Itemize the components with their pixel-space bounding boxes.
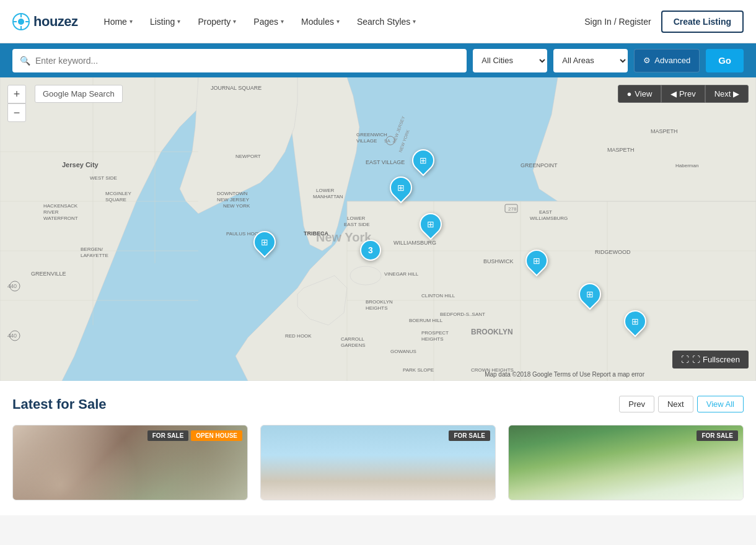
advanced-button[interactable]: ⚙ Advanced: [634, 49, 700, 72]
fullscreen-icon: ⛶: [681, 355, 689, 364]
map-pin-7[interactable]: ⊞: [624, 310, 646, 333]
card-image-1: FOR SALE OPEN HOUSE: [13, 425, 247, 500]
areas-select[interactable]: All Areas: [553, 49, 628, 72]
open-house-badge: OPEN HOUSE: [191, 430, 242, 441]
nav-search-styles[interactable]: Search Styles ▾: [349, 12, 423, 32]
svg-text:RED HOOK: RED HOOK: [285, 333, 312, 339]
building-icon: ⊞: [533, 256, 540, 266]
search-input-wrap: 🔍: [12, 49, 467, 72]
nav-property[interactable]: Property ▾: [190, 12, 244, 32]
svg-text:MASPETH: MASPETH: [607, 147, 635, 153]
svg-text:440: 440: [7, 333, 17, 339]
building-icon: ⊞: [261, 237, 268, 247]
listings-nav: Prev Next View All: [619, 396, 744, 412]
svg-text:PARK SLOPE: PARK SLOPE: [403, 367, 434, 373]
listing-card-3[interactable]: FOR SALE: [508, 425, 744, 500]
svg-text:EAST VILLAGE: EAST VILLAGE: [366, 159, 405, 165]
create-listing-button[interactable]: Create Listing: [661, 11, 744, 33]
svg-text:Jersey City: Jersey City: [62, 161, 99, 168]
svg-text:NEW JERSEY: NEW JERSEY: [217, 197, 250, 203]
chevron-down-icon: ▾: [413, 18, 416, 25]
search-icon: 🔍: [20, 56, 30, 66]
building-icon: ⊞: [586, 289, 594, 299]
svg-text:BROOKLYN: BROOKLYN: [471, 328, 513, 336]
svg-text:GREENPOINT: GREENPOINT: [521, 162, 558, 168]
map-pin-cluster[interactable]: 3: [360, 240, 381, 261]
svg-text:WILLIAMSBURG: WILLIAMSBURG: [393, 240, 436, 246]
nav-modules[interactable]: Modules ▾: [294, 12, 347, 32]
cities-select[interactable]: All Cities: [473, 49, 547, 72]
svg-text:HEIGHTS: HEIGHTS: [421, 336, 444, 342]
card-badges-1: FOR SALE OPEN HOUSE: [147, 430, 242, 441]
svg-text:GREENVILLE: GREENVILLE: [31, 271, 66, 277]
nav-listing[interactable]: Listing ▾: [143, 12, 188, 32]
map-controls: + −: [7, 85, 26, 122]
listings-view-all-button[interactable]: View All: [697, 396, 744, 412]
svg-text:HEIGHTS: HEIGHTS: [366, 305, 388, 311]
svg-text:CLINTON HILL: CLINTON HILL: [421, 293, 455, 299]
chevron-down-icon: ▾: [281, 18, 284, 25]
map-background: 440 440 9A 278 Jersey City BERGEN/ LAFAY…: [0, 77, 756, 381]
map-pin-5[interactable]: ⊞: [525, 250, 548, 272]
logo[interactable]: houzez: [12, 13, 78, 30]
card-image-3: FOR SALE: [509, 425, 743, 500]
svg-text:MASPETH: MASPETH: [651, 128, 678, 134]
svg-text:DOWNTOWN: DOWNTOWN: [217, 191, 248, 196]
svg-text:MANHATTAN: MANHATTAN: [313, 194, 343, 199]
map-next-button[interactable]: Next ▶: [705, 85, 749, 103]
map-pin-2[interactable]: ⊞: [390, 177, 412, 199]
listing-card-1[interactable]: FOR SALE OPEN HOUSE: [12, 425, 248, 500]
listings-prev-button[interactable]: Prev: [619, 396, 654, 412]
sign-in-link[interactable]: Sign In / Register: [584, 17, 651, 27]
map-view-controls: ● View ◀ Prev Next ▶: [618, 85, 749, 103]
svg-text:WEST SIDE: WEST SIDE: [90, 175, 117, 181]
go-button[interactable]: Go: [706, 49, 744, 72]
svg-text:VILLAGE: VILLAGE: [356, 138, 377, 144]
listings-header: Latest for Sale Prev Next View All: [12, 396, 744, 412]
svg-text:NEW YORK: NEW YORK: [223, 203, 250, 209]
svg-text:Haberman: Haberman: [675, 163, 698, 168]
map-container: 440 440 9A 278 Jersey City BERGEN/ LAFAY…: [0, 77, 756, 381]
svg-text:RIDGEWOOD: RIDGEWOOD: [595, 249, 631, 255]
svg-text:LAFAYETTE: LAFAYETTE: [81, 253, 108, 258]
search-input[interactable]: [35, 56, 459, 66]
building-icon: ⊞: [427, 219, 434, 229]
card-image-2: FOR SALE: [261, 425, 495, 500]
svg-text:MCGINLEY: MCGINLEY: [105, 191, 131, 196]
svg-text:278: 278: [508, 206, 517, 212]
svg-text:EAST: EAST: [539, 209, 552, 215]
nav-pages[interactable]: Pages ▾: [246, 12, 291, 32]
zoom-out-button[interactable]: −: [7, 103, 26, 122]
map-pin-6[interactable]: ⊞: [579, 283, 601, 305]
zoom-in-button[interactable]: +: [7, 85, 26, 103]
svg-text:GREENWICH: GREENWICH: [356, 132, 387, 137]
map-pin-1[interactable]: ⊞: [253, 231, 276, 253]
building-icon: ⊞: [420, 155, 427, 165]
chevron-down-icon: ▾: [336, 18, 340, 25]
map-view-button[interactable]: ● View: [618, 85, 662, 103]
map-pin-3[interactable]: ⊞: [412, 149, 434, 172]
map-pin-4[interactable]: ⊞: [420, 213, 442, 235]
listings-next-button[interactable]: Next: [658, 396, 693, 412]
for-sale-badge-2: FOR SALE: [449, 430, 490, 441]
map-footer-text: Map data ©2018 Google Terms of Use Repor…: [485, 371, 644, 378]
map-prev-button[interactable]: ◀ Prev: [661, 85, 705, 103]
for-sale-badge: FOR SALE: [147, 430, 189, 441]
svg-point-1: [18, 19, 24, 25]
map-search-label: Google Map Search: [35, 85, 123, 103]
listing-cards: FOR SALE OPEN HOUSE FOR SALE FOR SALE: [12, 425, 744, 500]
chevron-down-icon: ▾: [130, 18, 133, 25]
nav: Home ▾ Listing ▾ Property ▾ Pages ▾ Modu…: [97, 12, 585, 32]
chevron-down-icon: ▾: [233, 18, 236, 25]
logo-icon: [12, 13, 30, 30]
fullscreen-button[interactable]: ⛶ ⛶ Fullscreen: [672, 351, 749, 368]
svg-text:LOWER: LOWER: [347, 216, 366, 221]
svg-text:BROOKLYN: BROOKLYN: [366, 299, 393, 305]
svg-text:BEDFORD-S..SANT: BEDFORD-S..SANT: [440, 312, 485, 317]
listing-card-2[interactable]: FOR SALE: [260, 425, 496, 500]
svg-text:HACKENSACK: HACKENSACK: [43, 203, 78, 209]
nav-home[interactable]: Home ▾: [97, 12, 140, 32]
svg-text:GARDENS: GARDENS: [341, 342, 366, 348]
svg-text:BUSHWICK: BUSHWICK: [483, 258, 514, 264]
svg-text:9A: 9A: [384, 138, 390, 144]
